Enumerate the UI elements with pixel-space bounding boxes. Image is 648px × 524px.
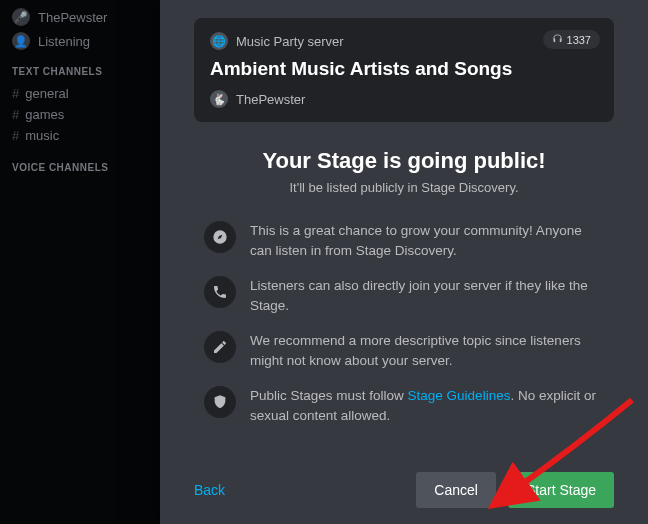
info-row-topic: We recommend a more descriptive topic si… [194, 323, 614, 378]
pencil-icon [204, 331, 236, 363]
modal-content: Your Stage is going public! It'll be lis… [194, 122, 614, 460]
info-row-community: This is a great chance to grow your comm… [194, 213, 614, 268]
stage-host: 🐇 ThePewster [210, 90, 598, 108]
modal-footer: Back Cancel Start Stage [194, 460, 614, 508]
shield-icon [204, 386, 236, 418]
host-name: ThePewster [236, 92, 305, 107]
channel-games[interactable]: #games [12, 104, 148, 125]
server-icon: 🌐 [210, 32, 228, 50]
start-stage-button[interactable]: Start Stage [508, 472, 614, 508]
channel-music[interactable]: #music [12, 125, 148, 146]
headline: Your Stage is going public! [262, 148, 545, 174]
sidebar: 🎤 ThePewster 👤 Listening TEXT CHANNELS #… [0, 0, 160, 187]
server-name: Music Party server [236, 34, 344, 49]
headphones-icon [552, 33, 563, 46]
stage-guidelines-link[interactable]: Stage Guidelines [408, 388, 511, 403]
info-text-guidelines: Public Stages must follow Stage Guidelin… [250, 386, 604, 425]
info-row-join: Listeners can also directly join your se… [194, 268, 614, 323]
hash-icon: # [12, 107, 19, 122]
info-text: This is a great chance to grow your comm… [250, 221, 604, 260]
guidelines-pre: Public Stages must follow [250, 388, 408, 403]
stage-preview-card: 🌐 Music Party server 1337 Ambient Music … [194, 18, 614, 122]
hash-icon: # [12, 86, 19, 101]
user-avatar-icon: 🎤 [12, 8, 30, 26]
host-avatar-icon: 🐇 [210, 90, 228, 108]
sidebar-status-row: 👤 Listening [12, 32, 148, 50]
info-text: We recommend a more descriptive topic si… [250, 331, 604, 370]
info-text: Listeners can also directly join your se… [250, 276, 604, 315]
subhead: It'll be listed publicly in Stage Discov… [289, 180, 518, 195]
cancel-button[interactable]: Cancel [416, 472, 496, 508]
modal: 🌐 Music Party server 1337 Ambient Music … [160, 0, 648, 524]
sidebar-status: Listening [38, 34, 90, 49]
listener-count-badge: 1337 [543, 30, 600, 49]
compass-icon [204, 221, 236, 253]
stage-title: Ambient Music Artists and Songs [210, 58, 598, 80]
phone-icon [204, 276, 236, 308]
hash-icon: # [12, 128, 19, 143]
sidebar-username: ThePewster [38, 10, 107, 25]
text-channels-heading[interactable]: TEXT CHANNELS [12, 66, 148, 77]
sidebar-user: 🎤 ThePewster [12, 8, 148, 26]
info-row-guidelines: Public Stages must follow Stage Guidelin… [194, 378, 614, 433]
voice-channels-heading[interactable]: VOICE CHANNELS [12, 162, 148, 173]
listener-count: 1337 [567, 34, 591, 46]
back-button[interactable]: Back [194, 482, 225, 498]
channel-general[interactable]: #general [12, 83, 148, 104]
status-icon: 👤 [12, 32, 30, 50]
